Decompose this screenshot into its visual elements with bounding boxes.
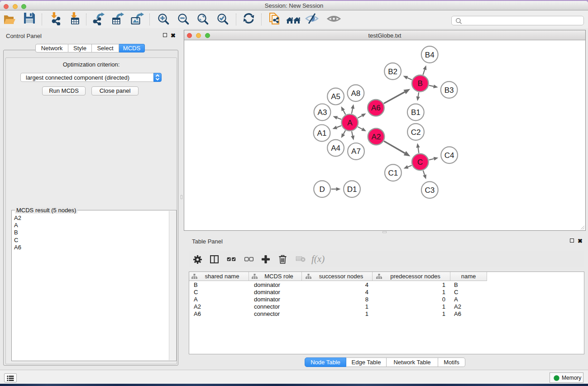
svg-text:D1: D1 (347, 185, 357, 194)
svg-text:B4: B4 (425, 51, 435, 59)
svg-text:A4: A4 (331, 144, 340, 152)
svg-text:A3: A3 (318, 108, 327, 117)
svg-text:B1: B1 (411, 108, 421, 117)
svg-text:A7: A7 (351, 147, 361, 156)
svg-text:B: B (418, 79, 423, 88)
svg-text:A8: A8 (351, 89, 361, 98)
svg-text:A: A (347, 119, 353, 127)
svg-text:B3: B3 (445, 86, 454, 95)
svg-text:C: C (417, 158, 423, 167)
svg-text:C4: C4 (445, 151, 454, 160)
svg-text:A5: A5 (331, 92, 340, 101)
svg-text:C2: C2 (411, 128, 421, 137)
svg-text:A1: A1 (317, 129, 327, 138)
svg-text:C1: C1 (388, 169, 398, 177)
svg-text:B2: B2 (388, 67, 397, 76)
svg-text:A6: A6 (371, 104, 381, 112)
svg-text:A2: A2 (372, 133, 381, 141)
svg-text:D: D (319, 185, 325, 194)
svg-text:C3: C3 (425, 186, 435, 195)
